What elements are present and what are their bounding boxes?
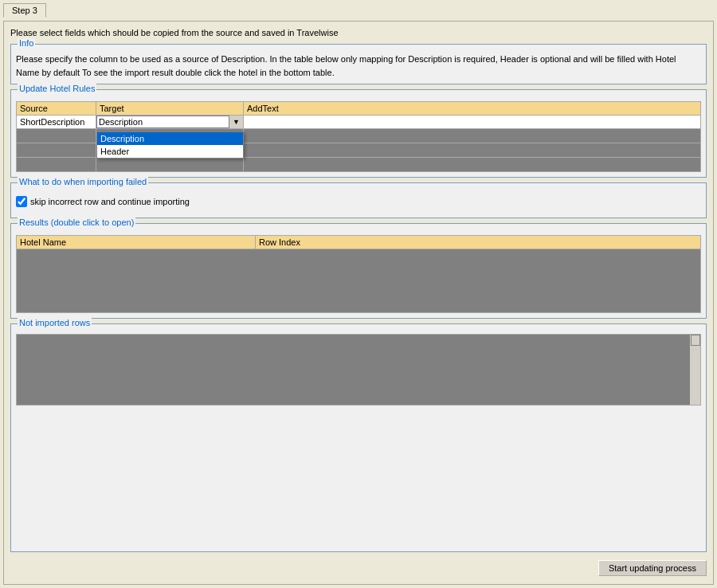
info-text-content: Please specify the column to be used as …	[16, 54, 676, 77]
info-text: Please specify the column to be used as …	[16, 53, 701, 79]
skip-row-label: skip incorrect row and continue importin…	[30, 197, 190, 206]
update-rules-label: Update Hotel Rules	[18, 84, 96, 93]
dropdown-item-description[interactable]: Description	[97, 132, 243, 145]
not-imported-scrollbar	[689, 335, 700, 405]
rules-table: Source Target AddText	[16, 101, 701, 172]
source-cell: ShortDescription	[17, 116, 96, 129]
target-cell: Description Header ▼ Description	[96, 116, 244, 129]
checkbox-row: skip incorrect row and continue importin…	[16, 193, 701, 207]
tab-bar: Step 3	[3, 3, 714, 18]
top-instruction: Please select fields which should be cop…	[10, 28, 707, 37]
bottom-bar: Start updating process	[10, 557, 707, 578]
dropdown-item-header[interactable]: Header	[97, 145, 243, 158]
start-updating-button[interactable]: Start updating process	[598, 560, 707, 576]
col-addtext: AddText	[244, 102, 701, 116]
col-row-index: Row Index	[256, 236, 701, 249]
not-imported-section: Not imported rows	[10, 323, 707, 552]
rules-table-container: Source Target AddText	[16, 101, 701, 172]
skip-row-checkbox[interactable]	[16, 196, 27, 207]
col-hotel-name: Hotel Name	[17, 236, 256, 249]
update-rules-section: Update Hotel Rules Source Target AddT	[10, 89, 707, 178]
content-area: Please select fields which should be cop…	[3, 21, 714, 585]
col-target: Target	[96, 102, 244, 116]
results-label: Results (double click to open)	[18, 218, 135, 227]
info-label: Info	[18, 38, 35, 48]
scrollbar-thumb[interactable]	[691, 335, 700, 346]
results-section: Results (double click to open) Hotel Nam…	[10, 223, 707, 319]
main-container: Step 3 Please select fields which should…	[0, 0, 717, 588]
results-table-header: Hotel Name Row Index	[17, 236, 701, 249]
info-section: Info Please specify the column to be use…	[10, 44, 707, 84]
step3-tab[interactable]: Step 3	[3, 3, 46, 18]
target-dropdown-wrapper: Description Header ▼	[96, 116, 243, 128]
target-dropdown[interactable]: Description Header	[96, 116, 243, 128]
empty-row-3	[17, 158, 701, 172]
results-table: Hotel Name Row Index	[16, 235, 701, 249]
addtext-cell	[244, 116, 701, 129]
rules-table-header: Source Target AddText	[17, 102, 701, 116]
tab-label: Step 3	[12, 6, 37, 15]
not-imported-label: Not imported rows	[18, 318, 92, 327]
dropdown-open-list: Description Header	[96, 131, 244, 159]
import-failed-section: What to do when importing failed skip in…	[10, 182, 707, 218]
not-imported-area	[16, 334, 701, 406]
import-failed-label: What to do when importing failed	[18, 177, 148, 186]
table-row: ShortDescription Description Header ▼	[17, 116, 701, 129]
col-source: Source	[17, 102, 96, 116]
results-empty-area	[16, 249, 701, 313]
